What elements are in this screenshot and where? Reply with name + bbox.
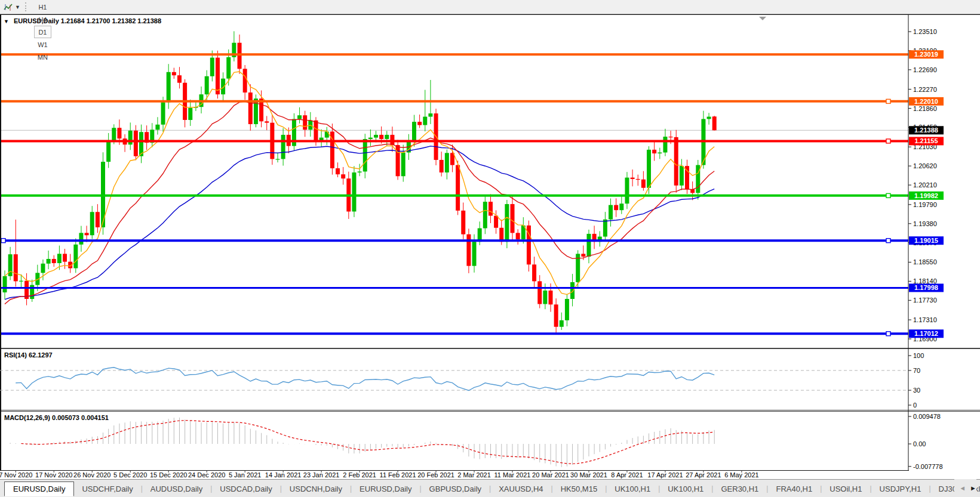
price-badge-1.23019: 1.23019 <box>909 50 944 58</box>
svg-text:0.00: 0.00 <box>913 440 926 447</box>
timeframe-button-D1[interactable]: D1 <box>34 26 51 38</box>
svg-text:30 Mar 2021: 30 Mar 2021 <box>570 471 607 479</box>
svg-text:14 Jan 2021: 14 Jan 2021 <box>265 471 302 479</box>
timeframe-button-W1[interactable]: W1 <box>34 38 51 51</box>
tab-GBPUSD-Daily[interactable]: GBPUSD,Daily <box>422 483 489 495</box>
svg-text:23 Jan 2021: 23 Jan 2021 <box>303 471 340 479</box>
chart-canvas[interactable]: 1.235101.231001.226901.222701.218601.214… <box>0 0 980 497</box>
svg-text:1.18550: 1.18550 <box>913 258 937 266</box>
svg-text:1.19982: 1.19982 <box>914 192 938 199</box>
mt4-window: ▼ M1M5M15M30H1H4D1W1MN ▼ EURUSD,Daily 1.… <box>0 0 980 497</box>
toolbar-grip <box>25 2 28 11</box>
svg-text:30: 30 <box>913 387 920 394</box>
svg-text:1.21388: 1.21388 <box>914 126 938 134</box>
tab-scroll-arrows: ◄ ► <box>954 479 976 497</box>
svg-text:0: 0 <box>913 402 917 409</box>
price-badge-1.21155: 1.21155 <box>909 137 944 145</box>
tab-scroll-right-button[interactable]: ► <box>970 484 976 492</box>
svg-text:1.19380: 1.19380 <box>913 220 937 227</box>
svg-text:7 Nov 2020: 7 Nov 2020 <box>0 471 32 479</box>
price-badge-1.17998: 1.17998 <box>909 283 944 292</box>
tab-GER30-H1[interactable]: GER30,H1 <box>713 483 766 495</box>
chart-tab-bar: EURUSD,DailyUSDCHF,Daily|AUDUSD,Daily|US… <box>0 479 980 497</box>
current-price-badge: 1.21388 <box>909 126 944 134</box>
toolbar: ▼ M1M5M15M30H1H4D1W1MN <box>0 0 980 14</box>
tab-EURUSD-Daily[interactable]: EURUSD,Daily <box>4 481 74 496</box>
timeframe-button-H1[interactable]: H1 <box>34 1 51 13</box>
svg-text:100: 100 <box>913 352 924 359</box>
svg-text:1.22010: 1.22010 <box>914 98 938 105</box>
svg-text:26 Nov 2020: 26 Nov 2020 <box>73 471 110 479</box>
tab-USDCHF-Daily[interactable]: USDCHF,Daily <box>74 483 140 495</box>
tab-scroll-left-button[interactable]: ◄ <box>959 484 966 492</box>
timeframe-button-H4[interactable]: H4 <box>34 13 51 26</box>
tab-USDJPY-H1[interactable]: USDJPY,H1 <box>872 483 929 495</box>
tab-UK100-H1[interactable]: UK100,H1 <box>607 483 658 495</box>
price-badge-1.22010: 1.22010 <box>909 97 944 106</box>
svg-text:8 Apr 2021: 8 Apr 2021 <box>611 471 643 479</box>
svg-text:1.17730: 1.17730 <box>913 297 937 304</box>
chart-tool-icon[interactable] <box>2 2 14 12</box>
svg-text:2 Feb 2021: 2 Feb 2021 <box>343 471 376 479</box>
tab-USDCNH-Daily[interactable]: USDCNH,Daily <box>282 483 350 495</box>
svg-text:27 Apr 2021: 27 Apr 2021 <box>686 471 721 479</box>
tab-FRA40-H1[interactable]: FRA40,H1 <box>768 483 820 495</box>
svg-text:5 Dec 2020: 5 Dec 2020 <box>113 471 147 479</box>
macd-indicator-label: MACD(12,26,9) 0.005073 0.004151 <box>4 414 109 421</box>
tab-HK50-M15[interactable]: HK50,M15 <box>553 483 605 495</box>
tab-EURUSD-Daily[interactable]: EURUSD,Daily <box>352 483 419 495</box>
tab-USOil-H1[interactable]: USOil,H1 <box>822 483 870 495</box>
timeframe-button-group: M1M5M15M30H1H4D1W1MN <box>33 0 52 63</box>
collapse-arrow-icon[interactable]: ▼ <box>4 18 9 24</box>
tab-UK100-H1[interactable]: UK100,H1 <box>660 483 711 495</box>
dropdown-caret-icon[interactable]: ▼ <box>15 4 20 10</box>
svg-text:1.21155: 1.21155 <box>914 137 938 144</box>
svg-text:1.19015: 1.19015 <box>914 237 938 244</box>
svg-text:20 Feb 2021: 20 Feb 2021 <box>417 471 454 479</box>
svg-text:1.22690: 1.22690 <box>913 66 937 73</box>
svg-text:6 May 2021: 6 May 2021 <box>724 471 758 479</box>
svg-text:1.19790: 1.19790 <box>913 201 937 208</box>
svg-text:1.21860: 1.21860 <box>913 105 937 112</box>
timeframe-button-MN[interactable]: MN <box>34 51 51 63</box>
svg-text:0.009478: 0.009478 <box>913 413 941 420</box>
svg-text:1.23019: 1.23019 <box>914 51 938 58</box>
price-badge-1.19982: 1.19982 <box>909 192 944 200</box>
price-badge-1.17012: 1.17012 <box>909 329 944 338</box>
svg-text:11 Mar 2021: 11 Mar 2021 <box>494 471 531 479</box>
svg-text:1.20210: 1.20210 <box>913 181 937 189</box>
ohlc-quotes: 1.21684 1.21700 1.21382 1.21388 <box>61 17 161 24</box>
svg-text:5 Jan 2021: 5 Jan 2021 <box>229 471 261 479</box>
tab-AUDUSD-Daily[interactable]: AUDUSD,Daily <box>143 483 210 495</box>
svg-text:70: 70 <box>913 367 920 374</box>
svg-text:1.20620: 1.20620 <box>913 162 937 169</box>
svg-text:-0.007778: -0.007778 <box>913 463 943 470</box>
svg-text:20 Mar 2021: 20 Mar 2021 <box>532 471 569 479</box>
svg-text:17 Nov 2020: 17 Nov 2020 <box>35 471 72 479</box>
svg-text:1.17998: 1.17998 <box>914 284 938 291</box>
svg-text:1.23510: 1.23510 <box>913 28 937 35</box>
svg-text:24 Dec 2020: 24 Dec 2020 <box>188 471 225 479</box>
svg-text:1.17012: 1.17012 <box>914 330 938 337</box>
svg-text:1.17310: 1.17310 <box>913 316 937 323</box>
svg-text:15 Dec 2020: 15 Dec 2020 <box>150 471 187 479</box>
tab-USDCAD-Daily[interactable]: USDCAD,Daily <box>212 483 279 495</box>
rsi-indicator-label: RSI(14) 62.1297 <box>4 351 53 359</box>
svg-text:1.22270: 1.22270 <box>913 86 937 93</box>
svg-text:2 Mar 2021: 2 Mar 2021 <box>457 471 491 479</box>
svg-text:17 Apr 2021: 17 Apr 2021 <box>647 471 683 479</box>
chart-title: ▼ EURUSD,Daily 1.21684 1.21700 1.21382 1… <box>4 17 161 24</box>
price-badge-1.19015: 1.19015 <box>909 236 944 245</box>
svg-text:11 Feb 2021: 11 Feb 2021 <box>380 471 416 479</box>
tab-XAUUSD-H4[interactable]: XAUUSD,H4 <box>491 483 551 495</box>
